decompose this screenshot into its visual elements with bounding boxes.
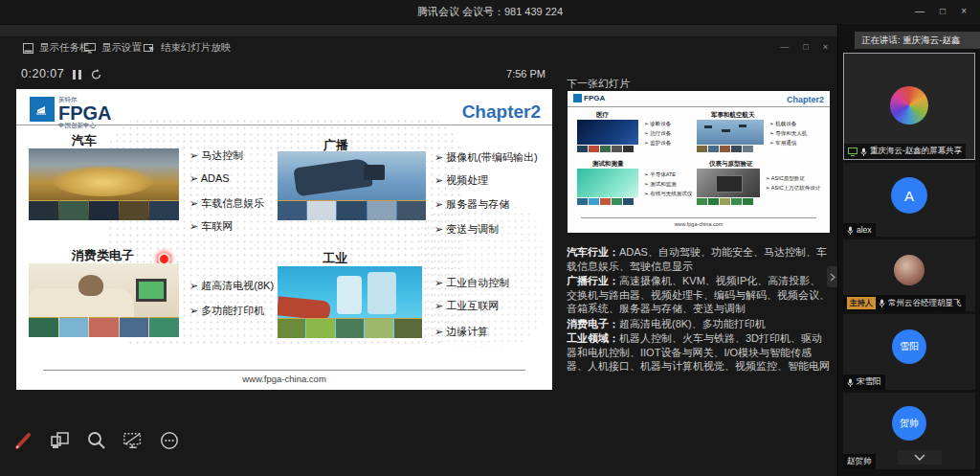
tv-shape [136,279,167,302]
mini-photo-military [697,120,764,145]
mini-photo-medical [577,120,638,145]
footer-divider [43,370,525,371]
mini-bullets-proto: ASIC原型验证 ASIC上万亿软件设计 [766,175,820,194]
mini-photo-test [577,169,638,197]
host-badge: 主持人 [847,297,876,309]
logo-main-text: FPGA [58,103,112,123]
fpga-logo-icon [30,97,55,122]
video-tile-screen-share[interactable]: 重庆海云-赵鑫的屏幕共享 [843,53,975,160]
note-automotive: 汽车行业：ADAS、自动驾驶、功能安全、马达控制、车载信息娱乐、驾驶信息显示 [567,245,831,273]
mini-title-medical: 医疗 [596,111,609,120]
avatar-heshuai: 贺帅 [892,406,926,441]
section-title-consumer: 消费类电子 [72,247,134,264]
video-tile-alex[interactable]: A alex [843,163,975,237]
section-title-automotive: 汽车 [72,132,97,149]
camera-shape [293,158,372,197]
more-options-icon[interactable] [159,430,180,451]
mic-icon [847,226,854,235]
industrial-photo [278,266,422,338]
mini-photo-proto [697,169,760,197]
minimize-icon[interactable]: — [780,42,789,52]
section-title-industrial: 工业 [323,250,347,267]
header-divider [16,125,552,125]
camera-lens [364,165,385,180]
mini-header-divider [568,106,830,107]
sidebar-collapse-handle[interactable] [827,266,837,287]
mini-fpga-logo: FPGA [573,94,605,102]
mic-icon [879,299,885,307]
mini-title-military: 军事和航空航天 [711,111,755,120]
minimize-icon[interactable]: — [915,6,924,16]
speaker-notes: 汽车行业：ADAS、自动驾驶、功能安全、马达控制、车载信息娱乐、驾驶信息显示 广… [567,245,831,374]
tank-shape-1 [337,276,362,314]
presenter-window-controls: — □ × [780,42,828,52]
mini-title-test: 测试和测量 [592,160,624,169]
shared-presenter-window: 显示任务栏 显示设置 ▼ 结束幻灯片放映 — □ × 0:20:07 7:56 … [0,36,837,476]
restart-timer-icon[interactable] [90,68,102,80]
note-broadcast: 广播行业：高速摄像机、KVM、视频IP化、高清投影、交换机与路由器、视频处理卡、… [567,274,831,316]
chapter-title: Chapter2 [462,102,541,123]
timer-row: 0:20:07 7:56 PM [0,67,553,84]
close-icon[interactable]: × [961,6,967,16]
maximize-icon[interactable]: □ [803,42,808,52]
mini-bullets-medical: 诊断设备 治疗设备 监护设备 [644,121,671,150]
broadcast-photo [278,151,426,220]
person-shape [78,275,103,296]
meeting-window-controls: — □ × [915,6,967,16]
presenter-clock: 7:56 PM [506,68,546,79]
next-slide-thumbnail[interactable]: FPGA Chapter2 医疗 诊断设备 治疗设备 监护设备 军事和航空航天 … [568,91,830,233]
participants-scroll-down-button[interactable] [898,450,942,465]
video-tile-host[interactable]: 主持人 常州云谷经理胡显飞 [843,239,975,311]
tile-label-host: 常州云谷经理胡显飞 [888,298,962,309]
share-top-strip [0,24,980,37]
mini-chapter-title: Chapter2 [787,95,824,104]
zoom-magnifier-icon[interactable] [86,430,107,451]
end-slideshow-button[interactable]: 结束幻灯片放映 [144,41,232,55]
automotive-photo [29,148,179,220]
mic-icon [860,147,867,156]
note-industrial: 工业领域：机器人控制、火车与铁路、3D打印机、驱动器和电机控制、IIOT设备与网… [567,331,831,374]
speaking-toast: 正在讲话: 重庆海云-赵鑫 [855,32,980,49]
mic-icon [847,378,854,387]
black-screen-icon[interactable] [122,430,144,451]
next-slide-label: 下一张幻灯片 [567,77,630,91]
avatar-xueyang: 雪阳 [892,329,926,364]
current-slide: 英特尔 FPGA 中国创新中心 Chapter2 汽车 马达控制 ADAS 车载… [16,89,552,390]
pen-icon[interactable] [13,430,34,451]
note-consumer: 消费电子：超高清电视(8K)、多功能打印机 [567,317,831,331]
maximize-icon[interactable]: □ [940,6,946,16]
show-taskbar-button[interactable]: 显示任务栏 [23,41,90,55]
mini-bullets-test: 半导体ATE 测试和监测 有线与无线测试仪 [644,171,692,201]
tile-label-heshuai: 赵贺帅 [847,456,872,467]
taskbar-icon [23,43,33,54]
avatar-host [894,255,924,285]
tile-label-xueyang: 宋雪阳 [857,376,881,388]
end-show-icon [144,43,155,54]
mini-footer-url: www.fpga-china.com [568,221,830,227]
avatar-screen-share [890,86,928,125]
tile-label-screen-share: 重庆海云-赵鑫的屏幕共享 [870,146,962,157]
consumer-photo [29,263,179,337]
avatar-alex: A [891,177,927,214]
tile-label-alex: alex [857,225,872,235]
screen-share-icon [848,147,858,156]
presentation-timer: 0:20:07 [21,67,64,80]
pipes-shape [278,296,331,321]
mini-title-proto: 仪表与原型验证 [709,160,753,169]
slide-sorter-icon[interactable] [50,430,71,451]
chevron-down-icon [914,454,925,461]
meeting-title: 腾讯会议 会议号：981 439 224 [0,0,980,24]
car-shape [53,166,153,196]
slide-footer-url: www.fpga-china.com [16,374,552,384]
display-icon [84,43,96,54]
pause-timer-icon[interactable] [73,70,81,79]
mini-bullets-military: 机载设备 导弹和无人机 军用通信 [769,121,807,150]
close-icon[interactable]: × [823,42,828,52]
video-tile-xueyang[interactable]: 雪阳 宋雪阳 [843,314,975,390]
mini-footer-divider [581,217,816,218]
meeting-title-bar: 腾讯会议 会议号：981 439 224 [0,0,980,24]
annotation-toolbar [13,421,180,460]
tank-shape-2 [368,272,396,314]
